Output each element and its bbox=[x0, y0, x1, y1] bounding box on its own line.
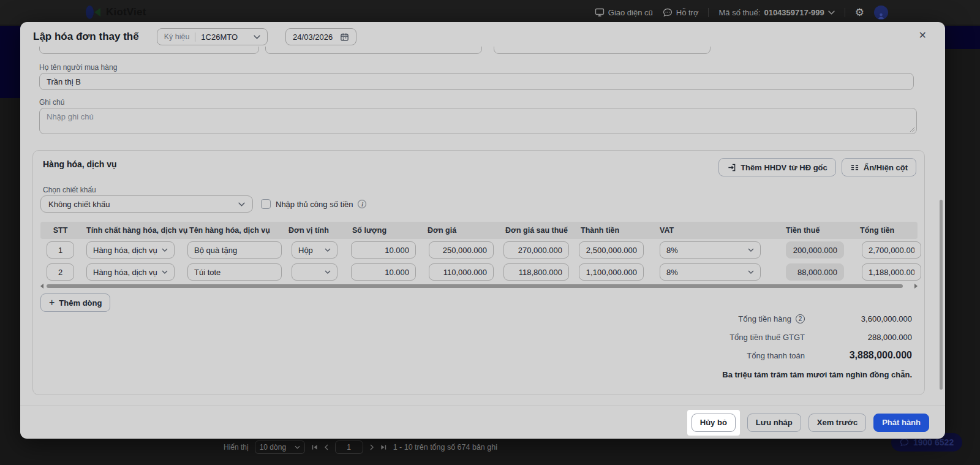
col-header-total: Tổng tiền bbox=[860, 222, 894, 239]
clipped-input[interactable] bbox=[39, 47, 259, 54]
modal-vertical-scrollbar[interactable] bbox=[940, 200, 943, 390]
col-header-unit: Đơn vị tính bbox=[288, 222, 329, 239]
chevron-down-icon bbox=[748, 270, 754, 274]
app-topbar: KiotViet Giao diện cũ Hỗ trợ Mã số thuế:… bbox=[0, 0, 980, 25]
buyer-name-input[interactable] bbox=[39, 73, 914, 90]
item-price-input[interactable] bbox=[429, 263, 494, 281]
row-stt: 2 bbox=[47, 263, 74, 281]
item-price-input[interactable] bbox=[429, 241, 494, 259]
cancel-button[interactable]: Hủy bỏ bbox=[692, 414, 736, 432]
current-page-input[interactable]: 1 bbox=[335, 440, 363, 454]
tax-code-dropdown[interactable]: Mã số thuế: 0104359717-999 bbox=[718, 8, 834, 17]
discount-select[interactable]: Không chiết khấu bbox=[40, 195, 253, 213]
resize-grip[interactable] bbox=[910, 127, 915, 132]
chevron-down-icon bbox=[238, 202, 245, 206]
item-vat-value: 8% bbox=[666, 268, 678, 277]
col-header-qty: Số lượng bbox=[352, 222, 386, 239]
note-textarea[interactable] bbox=[39, 108, 917, 134]
clipped-input[interactable] bbox=[494, 47, 710, 54]
manual-amount-checkbox[interactable] bbox=[261, 199, 271, 209]
serial-dropdown[interactable]: Ký hiệu 1C26MTO bbox=[157, 28, 268, 45]
item-amount-input[interactable] bbox=[579, 241, 644, 259]
chat-bubble-icon bbox=[663, 8, 673, 17]
hotline-number: 1900 6522 bbox=[913, 437, 954, 447]
old-interface-button[interactable]: Giao diện cũ bbox=[595, 8, 653, 17]
table-horizontal-scrollbar[interactable] bbox=[40, 284, 918, 289]
gear-icon[interactable]: ⚙ bbox=[855, 7, 864, 18]
kiotviet-logo[interactable]: KiotViet bbox=[86, 0, 146, 25]
modal-header: Lập hóa đơn thay thế Ký hiệu 1C26MTO 24/… bbox=[20, 28, 945, 45]
item-total-input[interactable] bbox=[862, 263, 921, 281]
vat-total-value: 288,000.000 bbox=[805, 333, 912, 342]
item-vat-dropdown[interactable]: 8% bbox=[660, 263, 761, 281]
support-label: Hỗ trợ bbox=[676, 8, 699, 17]
info-icon[interactable]: i bbox=[358, 200, 366, 208]
chevron-down-icon bbox=[828, 10, 835, 15]
calendar-icon bbox=[340, 32, 349, 42]
invoice-date-picker[interactable]: 24/03/2026 bbox=[285, 28, 356, 45]
add-from-origin-label: Thêm HHDV từ HĐ gốc bbox=[741, 163, 827, 172]
modal-footer: Hủy bỏ Lưu nháp Xem trước Phát hành bbox=[20, 406, 945, 439]
chevron-down-icon bbox=[162, 248, 168, 252]
item-qty-input[interactable] bbox=[351, 263, 416, 281]
item-tax-readonly: 88,000.000 bbox=[786, 263, 844, 281]
user-avatar[interactable] bbox=[874, 6, 888, 20]
screen: KiotViet Giao diện cũ Hỗ trợ Mã số thuế:… bbox=[0, 0, 980, 465]
scrollbar-thumb[interactable] bbox=[47, 284, 903, 288]
divider bbox=[195, 32, 195, 42]
support-button[interactable]: Hỗ trợ bbox=[663, 8, 699, 17]
divider bbox=[708, 8, 709, 17]
publish-button[interactable]: Phát hành bbox=[873, 414, 929, 432]
add-row-label: Thêm dòng bbox=[59, 298, 102, 308]
item-unit-dropdown[interactable]: Hộp bbox=[292, 241, 337, 259]
first-page-button[interactable] bbox=[311, 444, 318, 450]
col-header-price-after-tax: Đơn giá sau thuế bbox=[505, 222, 568, 239]
item-vat-dropdown[interactable]: 8% bbox=[660, 241, 761, 259]
item-name-input[interactable] bbox=[187, 241, 282, 259]
import-icon bbox=[727, 163, 736, 172]
clipped-input[interactable] bbox=[265, 47, 482, 54]
items-section: Hàng hóa, dịch vụ Thêm HHDV từ HĐ gốc Ẩn… bbox=[32, 150, 925, 395]
add-from-origin-button[interactable]: Thêm HHDV từ HĐ gốc bbox=[718, 158, 836, 176]
scroll-left-icon[interactable] bbox=[40, 284, 43, 289]
amount-in-words: Ba triệu tám trăm tám mươi tám nghìn đồn… bbox=[722, 370, 912, 379]
add-row-button[interactable]: + Thêm dòng bbox=[40, 293, 110, 312]
toggle-columns-button[interactable]: Ẩn/Hiện cột bbox=[842, 158, 916, 176]
item-name-input[interactable] bbox=[187, 263, 282, 281]
col-header-stt: STT bbox=[47, 222, 74, 239]
item-total-input[interactable] bbox=[862, 241, 921, 259]
chat-bubble-icon bbox=[900, 438, 909, 447]
item-price-after-tax-input[interactable] bbox=[503, 263, 569, 281]
save-draft-button[interactable]: Lưu nháp bbox=[747, 414, 801, 432]
grand-total-label: Tổng thanh toán bbox=[747, 351, 805, 360]
background-nav-left bbox=[0, 49, 20, 98]
chevron-down-icon bbox=[748, 248, 754, 252]
items-section-actions: Thêm HHDV từ HĐ gốc Ẩn/Hiện cột bbox=[718, 158, 916, 176]
item-type-dropdown[interactable]: Hàng hóa, dịch vụ bbox=[86, 263, 175, 281]
item-qty-input[interactable] bbox=[351, 241, 416, 259]
item-unit-dropdown[interactable] bbox=[292, 263, 337, 281]
invoice-date-value: 24/03/2026 bbox=[293, 32, 333, 42]
item-amount-input[interactable] bbox=[579, 263, 644, 281]
scroll-right-icon[interactable] bbox=[914, 284, 918, 289]
close-icon[interactable]: ✕ bbox=[919, 31, 927, 40]
plus-icon: + bbox=[49, 297, 55, 308]
next-page-button[interactable] bbox=[369, 444, 374, 450]
vat-total-row: Tổng tiền thuế GTGT 288,000.000 bbox=[729, 333, 912, 342]
item-type-dropdown[interactable]: Hàng hóa, dịch vụ bbox=[86, 241, 175, 259]
table-row: 2 Hàng hóa, dịch vụ 8% bbox=[33, 263, 924, 281]
preview-button[interactable]: Xem trước bbox=[809, 414, 866, 432]
modal-title: Lập hóa đơn thay thế bbox=[33, 31, 139, 43]
last-page-button[interactable] bbox=[380, 444, 387, 450]
grand-total-value: 3,888,000.000 bbox=[805, 350, 912, 361]
brand-name: KiotViet bbox=[106, 6, 146, 18]
item-price-after-tax-input[interactable] bbox=[503, 241, 569, 259]
background-pagination: Hiển thị 10 dòng 1 1 - 10 trên tổng số 6… bbox=[224, 440, 497, 454]
previous-page-button[interactable] bbox=[324, 444, 329, 450]
toggle-columns-label: Ẩn/Hiện cột bbox=[864, 163, 908, 172]
old-interface-label: Giao diện cũ bbox=[608, 8, 653, 17]
chevron-down-icon bbox=[295, 445, 300, 449]
page-size-select[interactable]: 10 dòng bbox=[255, 440, 305, 454]
replacement-invoice-modal: Lập hóa đơn thay thế Ký hiệu 1C26MTO 24/… bbox=[20, 22, 945, 439]
page-size-label: Hiển thị bbox=[224, 443, 249, 452]
